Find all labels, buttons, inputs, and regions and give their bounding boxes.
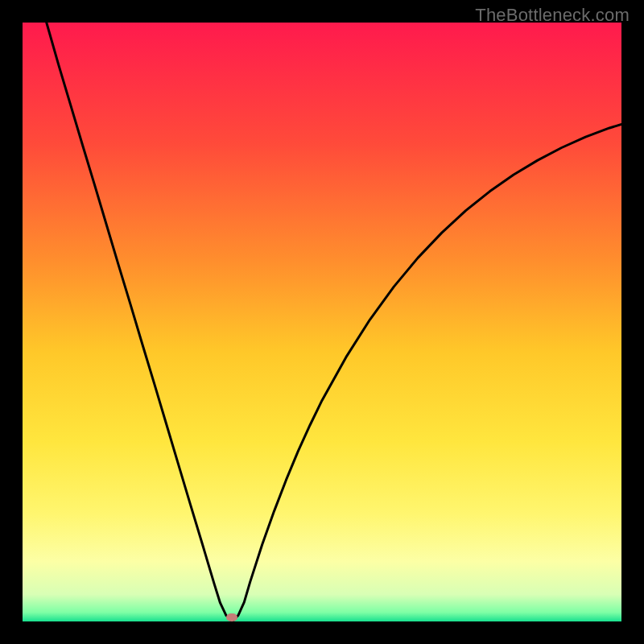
svg-rect-0 [23, 23, 621, 621]
optimum-marker [226, 613, 237, 621]
chart-background [23, 23, 621, 621]
watermark-text: TheBottleneck.com [475, 5, 630, 26]
chart-frame [23, 23, 621, 621]
